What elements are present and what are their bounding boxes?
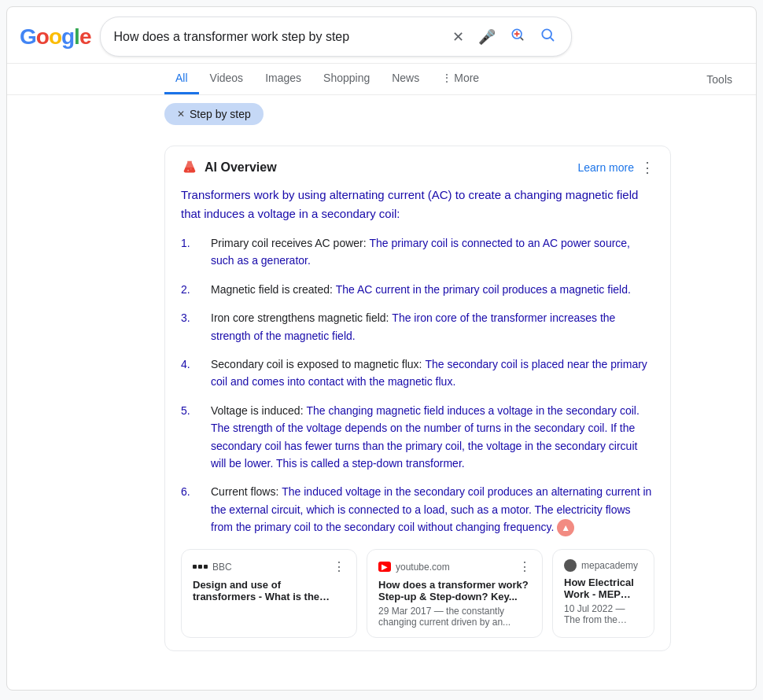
svg-point-2	[187, 170, 189, 171]
card-title: How Electrical Work - MEP Ac...	[564, 577, 643, 600]
ai-intro-text: Transformers work by using alternating c…	[181, 186, 654, 223]
card-menu-icon[interactable]	[333, 559, 345, 574]
tab-images[interactable]: Images	[254, 64, 312, 94]
card-source-youtube: ▶ youtube.com	[378, 562, 450, 573]
chip-label: Step by step	[190, 108, 251, 120]
search-bar[interactable]: ✕ 🎤	[100, 17, 572, 57]
ai-overview-title: AI Overview	[181, 159, 277, 176]
tab-more[interactable]: ⋮ More	[430, 64, 490, 94]
source-cards: BBC Design and use of transformers - Wha…	[181, 549, 654, 638]
list-item: Magnetic field is created: The AC curren…	[181, 281, 654, 298]
card-source-bbc: BBC	[193, 562, 232, 573]
header: Google ✕ 🎤	[7, 7, 756, 64]
filter-chips-bar: ✕ Step by step	[7, 95, 756, 133]
source-card-youtube[interactable]: ▶ youtube.com How does a transformer wor…	[367, 549, 543, 638]
ai-overview-more-button[interactable]: ⋮	[640, 159, 654, 176]
card-source-mep: mepacademy	[564, 559, 638, 572]
source-card-mep[interactable]: mepacademy How Electrical Work - MEP Ac.…	[552, 549, 654, 638]
bbc-logo-icon	[193, 565, 208, 569]
nav-tabs: All Videos Images Shopping News ⋮ More T…	[7, 64, 756, 95]
ai-overview-actions: Learn more ⋮	[577, 159, 654, 176]
learn-more-button[interactable]: Learn more	[577, 161, 634, 174]
mep-avatar-icon	[564, 559, 577, 572]
more-dots-icon: ⋮	[441, 72, 452, 84]
tools-button[interactable]: Tools	[695, 65, 743, 94]
ai-flask-icon	[181, 159, 198, 176]
mic-icon[interactable]: 🎤	[475, 25, 499, 49]
card-menu-icon[interactable]	[518, 559, 531, 574]
tab-all[interactable]: All	[164, 64, 199, 94]
card-date: 10 Jul 2022 — The from the primary	[564, 603, 643, 625]
step-by-step-chip[interactable]: ✕ Step by step	[164, 103, 264, 125]
list-item: Voltage is induced: The changing magneti…	[181, 402, 654, 473]
ai-overview-card: AI Overview Learn more ⋮ Transformers wo…	[164, 146, 671, 651]
search-input[interactable]	[113, 30, 449, 44]
main-content: AI Overview Learn more ⋮ Transformers wo…	[7, 133, 684, 676]
list-item: Secondary coil is exposed to magnetic fl…	[181, 356, 654, 391]
list-item: Current flows: The induced voltage in th…	[181, 483, 654, 536]
clear-icon[interactable]: ✕	[449, 25, 467, 49]
list-item: Primary coil receives AC power: The prim…	[181, 234, 654, 270]
svg-point-3	[190, 168, 191, 169]
youtube-icon: ▶	[378, 562, 391, 572]
collapse-button[interactable]: ▲	[557, 519, 574, 536]
ai-steps-list: Primary coil receives AC power: The prim…	[181, 234, 654, 536]
google-logo: Google	[20, 24, 90, 50]
chip-close-icon[interactable]: ✕	[177, 109, 185, 120]
card-title: How does a transformer work? Step-up & S…	[378, 579, 531, 602]
card-date: 29 Mar 2017 — the constantly changing cu…	[378, 606, 531, 628]
svg-point-1	[543, 29, 552, 39]
search-button[interactable]	[536, 24, 558, 50]
tab-shopping[interactable]: Shopping	[312, 64, 381, 94]
tab-news[interactable]: News	[381, 64, 430, 94]
ai-overview-header: AI Overview Learn more ⋮	[181, 159, 654, 176]
source-card-bbc[interactable]: BBC Design and use of transformers - Wha…	[181, 549, 357, 638]
tab-videos[interactable]: Videos	[199, 64, 255, 94]
lens-icon[interactable]	[507, 24, 529, 50]
list-item: Iron core strengthens magnetic field: Th…	[181, 309, 654, 344]
card-title: Design and use of transformers - What is…	[193, 579, 345, 602]
